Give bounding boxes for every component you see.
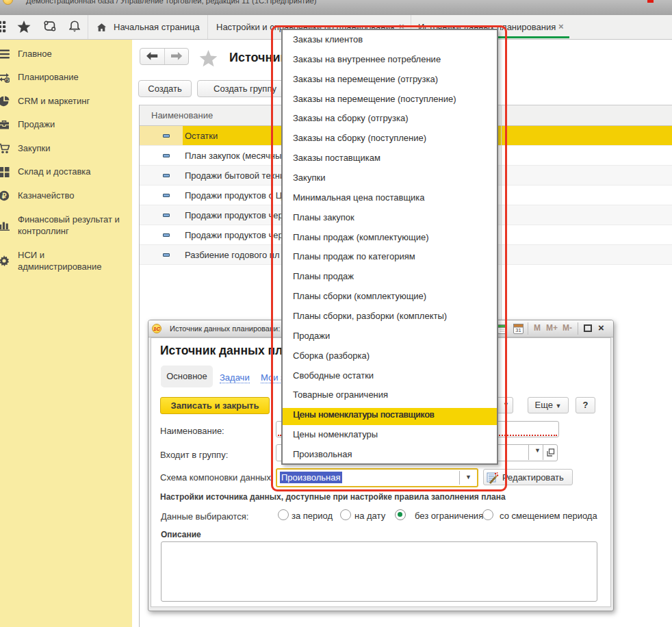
svg-text:31: 31	[515, 327, 521, 333]
svg-text:₽: ₽	[2, 192, 7, 200]
svg-text:₽: ₽	[5, 78, 9, 83]
